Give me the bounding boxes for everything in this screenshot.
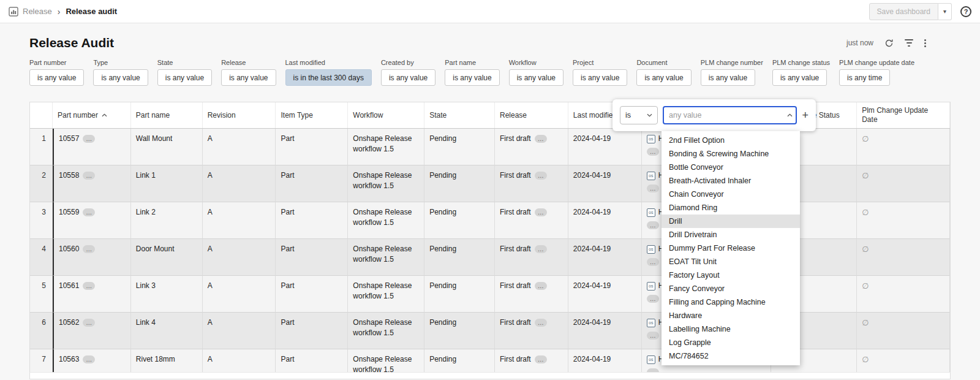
filter-option-bottle-conveyor[interactable]: Bottle Conveyor (662, 161, 800, 174)
column-header-release[interactable]: Release (495, 102, 568, 128)
filter-operator-value: is (625, 111, 631, 120)
more-actions-button[interactable]: … (83, 135, 95, 143)
empty-value-icon: ∅ (862, 245, 869, 254)
save-dashboard-caret-button[interactable]: ▾ (938, 3, 952, 20)
more-actions-button[interactable]: … (535, 319, 547, 327)
filter-option-hardware[interactable]: Hardware (662, 309, 800, 322)
table-row[interactable]: 110557…Wall MountAPartOnshape Release wo… (30, 129, 950, 165)
cell-part_number: 10558… (53, 165, 131, 202)
more-actions-button[interactable]: … (535, 208, 547, 216)
filter-chip-plm-change-status[interactable]: is any value (772, 69, 827, 86)
more-actions-button[interactable]: … (647, 295, 659, 303)
cell-item_type: Part (276, 165, 348, 202)
filter-option-eoat-tilt-unit[interactable]: EOAT Tilt Unit (662, 255, 800, 268)
filter-option-2nd-fillet-option[interactable]: 2nd Fillet Option (662, 134, 800, 147)
more-actions-button[interactable]: … (647, 332, 659, 340)
table-row[interactable]: 510561…Link 3APartOnshape Release workfl… (30, 276, 950, 313)
filter-chip-plm-change-number[interactable]: is any value (701, 69, 755, 86)
cell-part_name: Link 4 (131, 313, 203, 349)
column-header-item_type[interactable]: Item Type (276, 102, 348, 128)
filter-chip-part-name[interactable]: is any value (445, 69, 499, 86)
more-actions-button[interactable]: … (83, 245, 95, 253)
cell-plm_change_update_date: ∅ (857, 349, 950, 372)
horizontal-scrollbar[interactable] (29, 372, 951, 379)
filter-chip-created-by[interactable]: is any value (381, 69, 435, 86)
more-actions-button[interactable]: … (83, 172, 95, 180)
column-header-state[interactable]: State (424, 102, 495, 128)
column-header-revision[interactable]: Revision (203, 102, 276, 128)
refresh-icon[interactable] (884, 39, 894, 48)
chevron-up-icon[interactable] (787, 113, 793, 117)
column-header-plm_change_update_date[interactable]: Plm Change Update Date (857, 102, 950, 128)
filter-option-breath-activated-inhaler[interactable]: Breath-Activated Inhaler (662, 174, 800, 188)
filter-chip-type[interactable]: is any value (93, 69, 148, 86)
cell-part_name: Door Mount (131, 239, 203, 276)
table-row[interactable]: 610562…Link 4APartOnshape Release workfl… (30, 313, 950, 349)
column-header-part_name[interactable]: Part name (131, 102, 203, 128)
more-actions-button[interactable]: … (647, 221, 659, 229)
table-row[interactable]: 410560…Door MountAPartOnshape Release wo… (30, 239, 950, 276)
more-actions-button[interactable]: … (83, 208, 95, 216)
cell-item_type: Part (276, 313, 348, 349)
document-icon: os (647, 319, 655, 327)
more-actions-button[interactable]: … (647, 258, 659, 266)
cell-workflow: Onshape Release workflow 1.5 (348, 165, 424, 202)
breadcrumb-app[interactable]: Release (23, 7, 52, 16)
filter-option-fancy-conveyor[interactable]: Fancy Conveyor (662, 282, 800, 295)
filter-chip-project[interactable]: is any value (573, 69, 627, 86)
filter-option-drill[interactable]: Drill (662, 215, 800, 228)
filter-chip-state[interactable]: is any value (157, 69, 212, 86)
kebab-menu-icon[interactable] (924, 39, 926, 47)
filter-option-log-grapple[interactable]: Log Grapple (662, 336, 800, 349)
chevron-down-icon (647, 113, 652, 117)
filter-option-drill-drivetrain[interactable]: Drill Drivetrain (662, 228, 800, 241)
cell-plm_change_update_date: ∅ (857, 129, 950, 165)
filter-icon[interactable] (905, 39, 913, 47)
more-actions-button[interactable]: … (647, 368, 659, 372)
column-header-workflow[interactable]: Workflow (348, 102, 424, 128)
filter-value-input[interactable] (663, 106, 797, 124)
filter-chip-plm-change-update-date[interactable]: is any time (839, 69, 890, 86)
more-actions-button[interactable]: … (647, 148, 659, 156)
cell-release: First draft… (495, 239, 568, 276)
filter-chip-workflow[interactable]: is any value (509, 69, 564, 86)
more-actions-button[interactable]: … (83, 355, 95, 363)
filter-chip-part-number[interactable]: is any value (29, 69, 84, 86)
release-audit-table: Part numberPart nameRevisionItem TypeWor… (29, 102, 951, 372)
add-filter-value-button[interactable]: + (802, 110, 809, 121)
filter-chip-release[interactable]: is any value (221, 69, 276, 86)
column-header-part_number[interactable]: Part number (53, 102, 131, 128)
filter-option-filling-and-capping-machine[interactable]: Filling and Capping Machine (662, 295, 800, 309)
more-actions-button[interactable]: … (535, 172, 547, 180)
more-actions-button[interactable]: … (83, 319, 95, 327)
filter-chip-document[interactable]: is any value (636, 69, 691, 86)
document-icon: os (647, 245, 655, 254)
more-actions-button[interactable]: … (83, 282, 95, 290)
more-actions-button[interactable]: … (535, 245, 547, 253)
save-dashboard-button[interactable]: Save dashboard (869, 3, 938, 20)
filter-label-plm-change-update-date: PLM change update date (839, 59, 914, 66)
table-row[interactable]: 210558…Link 1APartOnshape Release workfl… (30, 165, 950, 202)
help-icon[interactable]: ? (960, 6, 971, 17)
more-actions-button[interactable]: … (647, 184, 659, 192)
table-row[interactable]: 710563…Rivet 18mmAPartOnshape Release wo… (30, 349, 950, 372)
more-actions-button[interactable]: … (535, 282, 547, 290)
filter-option-diamond-ring[interactable]: Diamond Ring (662, 201, 800, 215)
cell-part_number: 10557… (53, 129, 131, 165)
filter-option-labelling-machine[interactable]: Labelling Machine (662, 322, 800, 336)
filter-option-chain-conveyor[interactable]: Chain Conveyor (662, 188, 800, 201)
filter-option-factory-layout[interactable]: Factory Layout (662, 268, 800, 282)
more-actions-button[interactable]: … (535, 135, 547, 143)
cell-last_modified: 2024-04-19 (568, 129, 642, 165)
filter-chip-last-modified[interactable]: is in the last 300 days (285, 69, 372, 86)
table-row[interactable]: 310559…Link 2APartOnshape Release workfl… (30, 202, 950, 239)
filter-option-dummy-part-for-release[interactable]: Dummy Part For Release (662, 241, 800, 255)
more-actions-button[interactable]: … (535, 355, 547, 363)
column-header-num[interactable] (30, 102, 53, 128)
filter-option-mc-784652[interactable]: MC/784652 (662, 349, 800, 363)
cell-plm_change_update_date: ∅ (857, 313, 950, 349)
cell-num: 5 (30, 276, 53, 313)
cell-state: Pending (424, 165, 495, 202)
filter-operator-select[interactable]: is (620, 106, 658, 124)
filter-option-bonding-screwing-machine[interactable]: Bonding & Screwing Machine (662, 147, 800, 161)
